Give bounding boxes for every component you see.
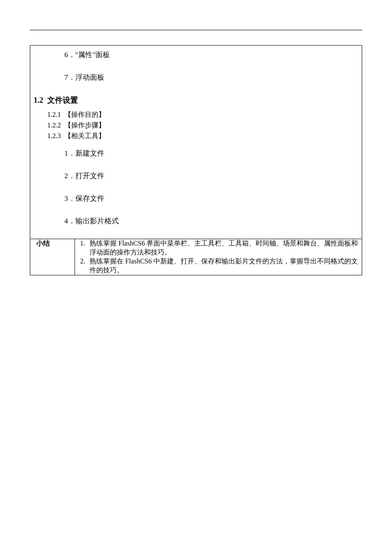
document-page: 6．"属性"面板 7．浮动面板 1.2 文件设置 1.2.1 【操作目的】 1.… — [0, 0, 392, 275]
step-3: 3．保存文件 — [64, 194, 362, 203]
top-divider — [30, 30, 362, 30]
section-number: 1.2 — [34, 96, 43, 104]
content-table: 6．"属性"面板 7．浮动面板 1.2 文件设置 1.2.1 【操作目的】 1.… — [30, 45, 362, 275]
step-1: 1．新建文件 — [64, 148, 362, 158]
summary-label: 小结 — [36, 240, 50, 247]
summary-list: 熟练掌握 FlashCS6 界面中菜单栏、主工具栏、工具箱、时间轴、场景和舞台、… — [75, 239, 362, 275]
sub-label: 【操作目的】 — [64, 111, 105, 118]
sub-num: 1.2.2 — [47, 121, 61, 129]
sub-label: 【操作步骤】 — [64, 121, 105, 129]
summary-item-2: 熟练掌握在 FlashCS6 中新建、打开、保存和输出影片文件的方法，掌握导出不… — [87, 257, 362, 275]
sub-121: 1.2.1 【操作目的】 — [47, 110, 362, 119]
section-title: 文件设置 — [47, 96, 78, 104]
sub-122: 1.2.2 【操作步骤】 — [47, 121, 362, 130]
sub-num: 1.2.1 — [47, 111, 61, 118]
sub-label: 【相关工具】 — [64, 132, 105, 139]
step-4: 4．输出影片格式 — [64, 216, 362, 226]
section-heading: 1.2 文件设置 — [34, 95, 362, 105]
top-item-7: 7．浮动面板 — [64, 72, 362, 82]
top-item-6: 6．"属性"面板 — [64, 50, 362, 60]
summary-content-cell: 熟练掌握 FlashCS6 界面中菜单栏、主工具栏、工具箱、时间轴、场景和舞台、… — [75, 239, 362, 275]
summary-item-1: 熟练掌握 FlashCS6 界面中菜单栏、主工具栏、工具箱、时间轴、场景和舞台、… — [87, 239, 362, 257]
sub-123: 1.2.3 【相关工具】 — [47, 132, 362, 141]
main-content-cell: 6．"属性"面板 7．浮动面板 1.2 文件设置 1.2.1 【操作目的】 1.… — [30, 46, 362, 239]
step-2: 2．打开文件 — [64, 171, 362, 181]
summary-label-cell: 小结 — [30, 239, 75, 275]
sub-num: 1.2.3 — [47, 132, 61, 139]
